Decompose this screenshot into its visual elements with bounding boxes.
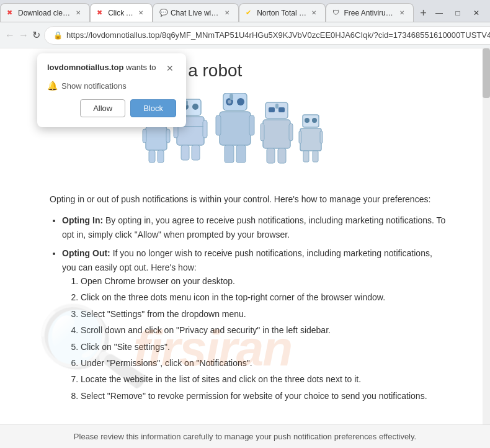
new-tab-button[interactable]: + bbox=[416, 4, 430, 22]
address-text: https://lovdomnotiallus.top/8q6yMF_MNmTA… bbox=[66, 30, 490, 40]
notification-popup: lovdomnotiallus.top wants to ✕ 🔔 Show no… bbox=[37, 53, 186, 127]
address-input[interactable]: 🔒 https://lovdomnotiallus.top/8q6yMF_MNm… bbox=[44, 26, 490, 45]
forward-button[interactable]: → bbox=[19, 27, 29, 44]
page-text: Opting in or out of push notifications i… bbox=[50, 192, 447, 403]
svg-rect-25 bbox=[249, 115, 254, 135]
step-4: Scroll down and click on "Privacy and se… bbox=[81, 323, 447, 337]
svg-rect-24 bbox=[216, 115, 221, 135]
close-button[interactable]: ✕ bbox=[468, 7, 485, 19]
bullet-1-text: By opting in, you agree to receive push … bbox=[62, 215, 445, 239]
tab-5[interactable]: 🛡 Free Antivirus 202... ✕ bbox=[326, 3, 413, 22]
bullet-2-label: Opting Out: bbox=[62, 248, 110, 258]
tab-4-title: Norton Total Secu... bbox=[257, 9, 306, 17]
popup-title: lovdomnotiallus.top wants to bbox=[47, 62, 156, 73]
scrollbar[interactable] bbox=[483, 48, 490, 424]
svg-rect-16 bbox=[192, 145, 200, 160]
svg-point-21 bbox=[237, 98, 244, 105]
svg-rect-5 bbox=[166, 129, 170, 143]
step-5: Click on "Site settings". bbox=[81, 340, 447, 354]
lock-icon: 🔒 bbox=[53, 31, 63, 40]
svg-rect-34 bbox=[289, 123, 293, 141]
footer-bar: Please review this information carefully… bbox=[0, 424, 490, 448]
back-button[interactable]: ← bbox=[5, 27, 15, 44]
tab-5-close[interactable]: ✕ bbox=[397, 8, 407, 18]
tab-1-close[interactable]: ✕ bbox=[73, 8, 83, 18]
popup-buttons: Allow Block bbox=[47, 99, 176, 117]
tab-2[interactable]: ✖ Click Allow ✕ bbox=[90, 3, 153, 22]
svg-rect-15 bbox=[181, 145, 189, 160]
svg-rect-45 bbox=[313, 151, 318, 162]
tab-1-favicon: ✖ bbox=[7, 9, 16, 17]
bullet-1: Opting In: By opting in, you agree to re… bbox=[62, 213, 447, 241]
step-7: Locate the website in the list of sites … bbox=[81, 372, 447, 386]
svg-rect-4 bbox=[143, 129, 146, 143]
minimize-button[interactable]: — bbox=[430, 7, 448, 19]
bullet-2: Opting Out: If you no longer wish to rec… bbox=[62, 246, 447, 403]
tab-4-close[interactable]: ✕ bbox=[309, 8, 319, 18]
scrollbar-thumb[interactable] bbox=[483, 48, 490, 98]
svg-rect-31 bbox=[278, 107, 285, 112]
tab-1-title: Download clean To... bbox=[18, 9, 71, 17]
steps-list: Open Chrome browser on your desktop. Cli… bbox=[81, 274, 447, 403]
intro-paragraph: Opting in or out of push notifications i… bbox=[50, 192, 447, 206]
step-1: Open Chrome browser on your desktop. bbox=[81, 274, 447, 288]
tab-bar: ✖ Download clean To... ✕ ✖ Click Allow ✕… bbox=[0, 0, 490, 22]
step-6: Under "Permissions", click on "Notificat… bbox=[81, 356, 447, 370]
popup-header: lovdomnotiallus.top wants to ✕ bbox=[47, 62, 176, 74]
popup-wants: wants to bbox=[124, 63, 156, 72]
step-3: Select "Settings" from the dropdown menu… bbox=[81, 307, 447, 321]
svg-rect-3 bbox=[146, 127, 167, 150]
tab-2-title: Click Allow bbox=[108, 9, 133, 17]
tab-2-close[interactable]: ✕ bbox=[136, 8, 146, 18]
svg-rect-35 bbox=[267, 148, 275, 163]
tab-4[interactable]: ✔ Norton Total Secu... ✕ bbox=[239, 3, 326, 22]
block-button[interactable]: Block bbox=[130, 99, 176, 117]
svg-rect-30 bbox=[269, 107, 275, 112]
tab-5-favicon: 🛡 bbox=[332, 9, 341, 17]
refresh-button[interactable]: ↻ bbox=[32, 27, 40, 44]
svg-rect-28 bbox=[229, 94, 233, 100]
page-content: lovdomnotiallus.top wants to ✕ 🔔 Show no… bbox=[0, 48, 490, 424]
bell-icon: 🔔 bbox=[47, 81, 58, 91]
svg-rect-26 bbox=[225, 145, 234, 163]
svg-rect-32 bbox=[263, 120, 290, 148]
tab-3-title: Chat Live with Ho... bbox=[171, 9, 220, 17]
bullet-1-label: Opting In: bbox=[62, 215, 103, 225]
popup-notification-row: 🔔 Show notifications bbox=[47, 81, 176, 91]
step-8: Select "Remove" to revoke permission for… bbox=[81, 389, 447, 403]
svg-point-22 bbox=[228, 100, 231, 104]
svg-point-40 bbox=[312, 118, 317, 123]
tab-2-favicon: ✖ bbox=[97, 9, 105, 17]
tab-3-favicon: 💬 bbox=[159, 9, 168, 17]
svg-rect-27 bbox=[236, 145, 246, 163]
svg-rect-6 bbox=[149, 150, 155, 163]
tab-4-favicon: ✔ bbox=[246, 9, 254, 17]
bullet-2-text: If you no longer wish to receive push no… bbox=[62, 248, 432, 272]
popup-site: lovdomnotiallus.top bbox=[47, 63, 124, 72]
svg-point-39 bbox=[305, 118, 310, 123]
address-bar: ← → ↻ 🔒 https://lovdomnotiallus.top/8q6y… bbox=[0, 22, 490, 48]
step-2: Click on the three dots menu icon in the… bbox=[81, 290, 447, 304]
window-controls: — □ ✕ bbox=[430, 7, 490, 22]
maximize-button[interactable]: □ bbox=[449, 7, 466, 19]
popup-notification-label: Show notifications bbox=[61, 81, 127, 91]
footer-text: Please review this information carefully… bbox=[74, 432, 416, 441]
allow-button[interactable]: Allow bbox=[80, 99, 125, 117]
popup-close-button[interactable]: ✕ bbox=[164, 62, 176, 74]
svg-rect-7 bbox=[158, 150, 164, 163]
svg-rect-41 bbox=[300, 128, 321, 151]
svg-rect-44 bbox=[303, 151, 309, 162]
svg-rect-36 bbox=[278, 148, 286, 163]
tab-3[interactable]: 💬 Chat Live with Ho... ✕ bbox=[153, 3, 239, 22]
svg-point-11 bbox=[192, 104, 198, 110]
svg-rect-43 bbox=[320, 131, 323, 143]
bullet-list: Opting In: By opting in, you agree to re… bbox=[62, 213, 447, 403]
svg-rect-14 bbox=[203, 120, 207, 138]
tab-5-title: Free Antivirus 202... bbox=[344, 9, 394, 17]
svg-rect-42 bbox=[299, 131, 301, 143]
browser-frame: ✖ Download clean To... ✕ ✖ Click Allow ✕… bbox=[0, 0, 490, 448]
tab-3-close[interactable]: ✕ bbox=[222, 8, 232, 18]
svg-rect-37 bbox=[275, 104, 278, 109]
tab-1[interactable]: ✖ Download clean To... ✕ bbox=[0, 3, 90, 22]
svg-rect-33 bbox=[261, 123, 264, 141]
